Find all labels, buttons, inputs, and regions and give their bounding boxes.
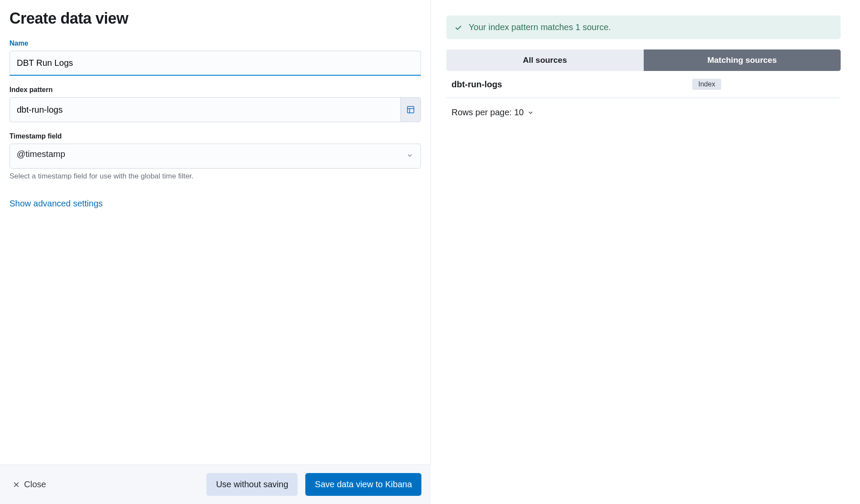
index-pattern-label: Index pattern [9,86,421,94]
source-name: dbt-run-logs [452,80,692,89]
timestamp-field-value: @timestamp [17,149,65,159]
rows-per-page-selector[interactable]: Rows per page: 10 [446,98,841,127]
source-type-badge: Index [692,79,721,90]
timestamp-field-label: Timestamp field [9,132,421,140]
show-advanced-settings-link[interactable]: Show advanced settings [9,199,103,209]
sources-tab-group: All sources Matching sources [446,49,841,71]
chevron-down-icon [527,109,534,116]
footer-bar: Close Use without saving Save data view … [0,464,431,504]
close-button[interactable]: Close [9,473,49,496]
timestamp-help-text: Select a timestamp field for use with th… [9,172,421,181]
svg-rect-0 [408,107,414,113]
check-icon [454,23,463,32]
match-callout: Your index pattern matches 1 source. [446,15,841,39]
index-pattern-input[interactable] [9,97,400,122]
name-input[interactable] [9,51,421,76]
use-without-saving-button[interactable]: Use without saving [206,473,298,496]
close-icon [13,481,20,488]
close-button-label: Close [24,479,46,489]
source-row: dbt-run-logs Index [446,71,841,98]
timestamp-field-select[interactable]: @timestamp [9,144,421,169]
tab-matching-sources[interactable]: Matching sources [644,49,841,71]
rows-per-page-label: Rows per page: 10 [452,108,524,117]
name-field-label: Name [9,40,421,47]
page-title: Create data view [9,9,421,28]
language-icon [406,105,415,114]
language-selector-button[interactable] [400,97,421,122]
save-to-kibana-button[interactable]: Save data view to Kibana [305,473,421,496]
tab-all-sources[interactable]: All sources [446,49,644,71]
callout-text: Your index pattern matches 1 source. [469,22,611,32]
